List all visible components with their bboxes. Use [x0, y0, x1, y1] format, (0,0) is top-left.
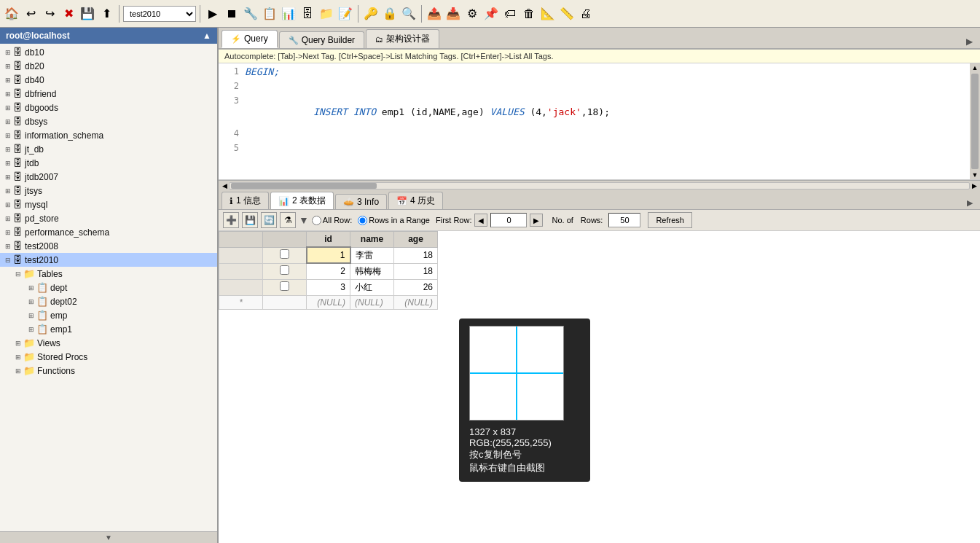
sidebar-item-tables[interactable]: ⊟ 📁 Tables: [0, 267, 217, 281]
content-scroll-right-btn[interactable]: ▶: [962, 35, 977, 48]
editor-vscroll[interactable]: ▲ ▼: [970, 63, 980, 179]
hscroll-track[interactable]: [229, 182, 970, 190]
row-checkbox-cell[interactable]: [263, 279, 307, 295]
sql-editor[interactable]: 1 BEGIN; 2 3 INSERT INTO emp1 (id,NAME,a…: [219, 63, 980, 180]
filter-btn[interactable]: ⚗: [280, 212, 296, 228]
sidebar-item-stored-procs[interactable]: ⊞ 📁 Stored Procs: [0, 350, 217, 364]
hscroll-left-arrow[interactable]: ◀: [220, 181, 229, 190]
scroll-down-arrow[interactable]: ▼: [971, 171, 979, 179]
expand-icon[interactable]: ⊞: [3, 172, 13, 182]
expand-icon[interactable]: ⊞: [3, 89, 13, 99]
sidebar-item-emp1[interactable]: ⊞ 📋 emp1: [0, 322, 217, 336]
close-icon[interactable]: ✖: [60, 5, 77, 23]
export-icon[interactable]: 📤: [426, 5, 443, 23]
expand-icon[interactable]: ⊞: [3, 227, 13, 238]
print-icon[interactable]: 🖨: [577, 5, 595, 23]
table-icon[interactable]: 📋: [261, 5, 278, 23]
sidebar-item-emp[interactable]: ⊞ 📋 emp: [0, 308, 217, 322]
tag-icon[interactable]: 🏷: [501, 5, 519, 23]
refresh-data-btn[interactable]: 🔄: [261, 212, 277, 228]
row-checkbox[interactable]: [280, 281, 289, 291]
row-checkbox[interactable]: [280, 265, 289, 275]
expand-icon[interactable]: ⊞: [3, 144, 13, 155]
db-icon[interactable]: 🗄: [299, 5, 316, 23]
import-icon[interactable]: 📥: [444, 5, 462, 23]
cell-id[interactable]: 3: [307, 279, 350, 295]
settings-icon[interactable]: 🔧: [242, 5, 259, 23]
row-checkbox[interactable]: [280, 249, 289, 259]
cell-id[interactable]: 2: [307, 263, 350, 279]
expand-icon[interactable]: ⊞: [3, 200, 13, 210]
scroll-up-arrow[interactable]: ▲: [971, 63, 979, 72]
back-icon[interactable]: ↩: [22, 5, 39, 23]
expand-icon[interactable]: ⊞: [26, 283, 36, 293]
all-rows-radio-label[interactable]: All Row:: [312, 216, 352, 225]
collapse-icon[interactable]: ⊟: [3, 255, 13, 265]
stop-icon[interactable]: ⏹: [223, 5, 240, 23]
sidebar-scroll-down-icon[interactable]: ▼: [105, 534, 112, 542]
next-page-btn[interactable]: ▶: [530, 214, 543, 227]
expand-icon[interactable]: ⊞: [3, 130, 13, 141]
sidebar-item-jtdb[interactable]: ⊞ 🗄 jtdb: [0, 156, 217, 170]
sidebar-item-views[interactable]: ⊞ 📁 Views: [0, 336, 217, 350]
refresh-button[interactable]: Refresh: [648, 212, 692, 228]
expand-icon[interactable]: ⊞: [3, 241, 13, 251]
col-header-id[interactable]: id: [307, 232, 350, 248]
expand-icon[interactable]: ⊞: [3, 117, 13, 127]
save-icon[interactable]: 💾: [79, 5, 96, 23]
rows-range-radio-label[interactable]: Rows in a Range: [358, 216, 430, 225]
sidebar-item-db10[interactable]: ⊞ 🗄 db10: [0, 45, 217, 59]
pin-icon[interactable]: 📌: [482, 5, 500, 23]
sidebar-item-dbsys[interactable]: ⊞ 🗄 dbsys: [0, 114, 217, 128]
folder-icon[interactable]: 📁: [318, 5, 335, 23]
sidebar-item-dbfriend[interactable]: ⊞ 🗄 dbfriend: [0, 87, 217, 101]
expand-icon[interactable]: ⊞: [3, 103, 13, 113]
trash-icon[interactable]: 🗑: [520, 5, 538, 23]
sidebar-up-arrow[interactable]: ▲: [203, 31, 211, 41]
cell-name[interactable]: 李雷: [350, 247, 394, 263]
tab-schema[interactable]: 🗂 架构设计器: [366, 29, 439, 48]
col-header-age[interactable]: age: [394, 232, 438, 248]
forward-icon[interactable]: ↪: [41, 5, 58, 23]
expand-icon[interactable]: ⊞: [26, 297, 36, 307]
expand-icon[interactable]: ⊞: [26, 324, 36, 335]
expand-icon[interactable]: ⊞: [13, 366, 23, 376]
cell-id[interactable]: 1: [307, 247, 350, 263]
tab-query-builder[interactable]: 🔧 Query Builder: [279, 31, 364, 48]
sidebar-item-mysql[interactable]: ⊞ 🗄 mysql: [0, 198, 217, 211]
hscroll-right-arrow[interactable]: ▶: [970, 181, 979, 190]
prev-page-btn[interactable]: ◀: [474, 214, 487, 227]
run-icon[interactable]: ▶: [204, 5, 222, 23]
expand-icon[interactable]: ⊞: [3, 214, 13, 224]
result-tab-info3[interactable]: 🥧 3 Info: [335, 194, 387, 209]
measure-icon[interactable]: 📏: [558, 5, 576, 23]
cell-age[interactable]: 18: [394, 247, 438, 263]
sidebar-item-test2008[interactable]: ⊞ 🗄 test2008: [0, 239, 217, 253]
expand-icon[interactable]: ⊞: [3, 61, 13, 71]
tab-query[interactable]: ⚡ Query: [222, 30, 278, 48]
row-checkbox-cell[interactable]: [263, 263, 307, 279]
upload-icon[interactable]: ⬆: [98, 5, 115, 23]
editor-content[interactable]: 1 BEGIN; 2 3 INSERT INTO emp1 (id,NAME,a…: [219, 63, 980, 160]
home-icon[interactable]: 🏠: [3, 5, 20, 23]
database-select[interactable]: test2010 db10 mysql: [123, 6, 196, 22]
lock-icon[interactable]: 🔒: [381, 5, 399, 23]
no-of-rows-input[interactable]: [608, 213, 640, 227]
sidebar-item-jtdb2007[interactable]: ⊞ 🗄 jtdb2007: [0, 170, 217, 184]
ruler-icon[interactable]: 📐: [539, 5, 557, 23]
new-cell-id[interactable]: (NULL): [307, 295, 350, 309]
result-tab-tabledata[interactable]: 📊 2 表数据: [270, 192, 334, 209]
result-tabs-scroll[interactable]: ▶: [963, 197, 977, 209]
expand-icon[interactable]: ⊞: [26, 310, 36, 321]
editor-hscroll[interactable]: ◀ ▶: [219, 180, 980, 190]
add-row-btn[interactable]: ➕: [223, 212, 239, 228]
sidebar-item-jtsys[interactable]: ⊞ 🗄 jtsys: [0, 184, 217, 198]
expand-icon[interactable]: ⊞: [13, 352, 23, 362]
search-icon[interactable]: 🔍: [400, 5, 418, 23]
expand-icon[interactable]: ⊞: [3, 75, 13, 85]
sidebar-item-dept02[interactable]: ⊞ 📋 dept02: [0, 294, 217, 308]
new-cell-age[interactable]: (NULL): [394, 295, 438, 309]
sidebar-item-dept[interactable]: ⊞ 📋 dept: [0, 281, 217, 294]
hscroll-thumb[interactable]: [231, 183, 377, 189]
cell-age[interactable]: 18: [394, 263, 438, 279]
